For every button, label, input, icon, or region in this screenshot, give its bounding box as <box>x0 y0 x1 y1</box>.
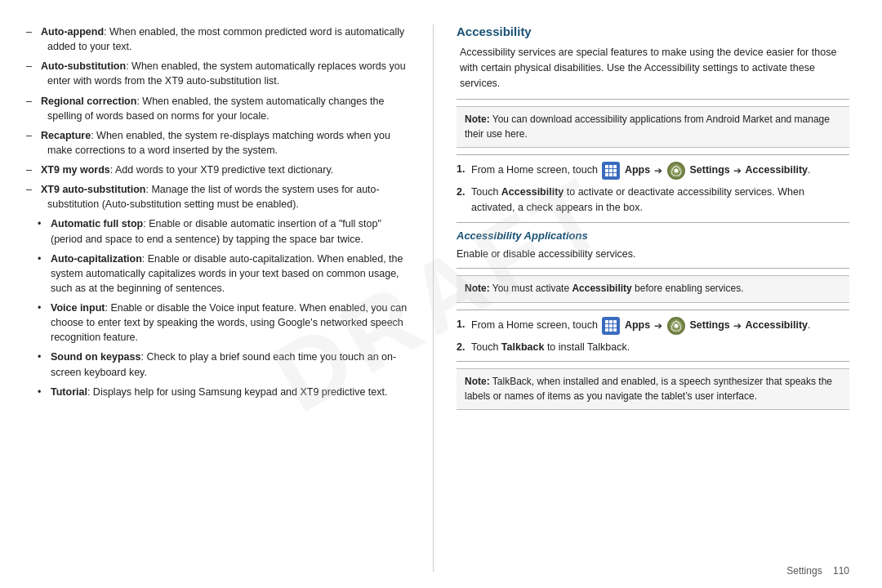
feature-list: Auto-append: When enabled, the most comm… <box>33 24 408 399</box>
list-item: Voice input: Enable or disable the Voice… <box>33 301 408 345</box>
list-item: Sound on keypass: Check to play a brief … <box>33 350 408 379</box>
right-column: Accessibility Accessibility services are… <box>433 24 849 572</box>
accessibility-label-2: Accessibility <box>746 319 808 331</box>
term: Tutorial <box>51 386 87 398</box>
term: Auto-substitution <box>41 60 126 72</box>
note-box-3: Note: TalkBack, when installed and enabl… <box>457 368 849 410</box>
list-item: Auto-substitution: When enabled, the sys… <box>33 59 408 88</box>
svg-rect-3 <box>605 169 608 172</box>
svg-rect-10 <box>605 320 608 323</box>
term: Sound on keypass <box>51 351 140 363</box>
arrow-icon-1: ➔ <box>654 165 665 176</box>
term: Auto-append <box>41 26 104 38</box>
settings-icon-2 <box>667 317 685 335</box>
arrow-icon-4: ➔ <box>733 320 744 332</box>
step-suffix: . <box>808 164 810 176</box>
step-number: 1. <box>457 162 465 177</box>
svg-rect-12 <box>613 320 617 323</box>
divider <box>457 268 849 269</box>
gear-svg <box>670 165 682 176</box>
step-3: 1. From a Home screen, touch <box>457 317 849 335</box>
section-subtitle: Accessibility Applications <box>457 229 849 242</box>
step-number: 2. <box>457 185 465 200</box>
step-1: 1. From a Home screen, touch <box>457 162 849 180</box>
svg-rect-17 <box>609 328 612 332</box>
svg-rect-5 <box>613 169 617 172</box>
term: Regional correction <box>41 96 136 107</box>
footer: Settings 110 <box>786 565 849 577</box>
apps-grid-svg <box>604 164 617 177</box>
step-text: From a Home screen, touch <box>471 164 811 176</box>
step-number: 2. <box>457 340 465 355</box>
divider <box>457 222 849 223</box>
list-item: Automatic full stop: Enable or disable a… <box>33 216 408 246</box>
footer-label: Settings <box>786 565 822 577</box>
divider <box>457 99 849 100</box>
term: XT9 my words <box>41 164 110 176</box>
list-item: Tutorial: Displays help for using Samsun… <box>33 385 408 399</box>
description: : Add words to your XT9 predictive text … <box>110 164 334 176</box>
note-text: You must activate <box>490 283 572 294</box>
settings-icon <box>667 162 685 180</box>
footer-page-number: 110 <box>833 565 849 577</box>
arrow-icon-2: ➔ <box>733 165 744 176</box>
term: Voice input <box>51 302 105 314</box>
step-number: 1. <box>457 317 465 332</box>
talkback-term: Talkback <box>501 341 545 353</box>
note-label: Note: <box>465 376 490 387</box>
apps-label-2: Apps <box>625 319 650 331</box>
svg-rect-16 <box>605 328 608 332</box>
svg-rect-0 <box>605 165 608 168</box>
left-column: Auto-append: When enabled, the most comm… <box>33 24 408 572</box>
svg-rect-8 <box>613 173 617 176</box>
step-text: From a Home screen, touch <box>471 319 811 331</box>
accessibility-label-1: Accessibility <box>746 164 808 176</box>
description: : Enable or disable the Voice input feat… <box>51 302 407 343</box>
list-item: Auto-capitalization: Enable or disable a… <box>33 252 408 296</box>
accessibility-term: Accessibility <box>501 186 564 198</box>
svg-point-19 <box>674 323 678 327</box>
intro-text: Accessibility services are special featu… <box>457 45 849 91</box>
note-label: Note: <box>465 283 490 294</box>
page-container: Auto-append: When enabled, the most comm… <box>0 0 882 588</box>
description: : When enabled, the system re-displays m… <box>47 130 390 156</box>
svg-rect-13 <box>605 324 608 327</box>
divider <box>457 310 849 310</box>
svg-rect-6 <box>605 173 608 176</box>
term: Auto-capitalization <box>51 253 142 265</box>
term: Automatic full stop <box>51 218 143 229</box>
note-box-2: Note: You must activate Accessibility be… <box>457 275 849 302</box>
svg-rect-18 <box>613 328 617 332</box>
svg-point-9 <box>674 169 678 173</box>
apps-icon <box>602 162 620 180</box>
svg-rect-4 <box>609 169 612 172</box>
svg-rect-7 <box>609 173 612 176</box>
steps-list-2: 1. From a Home screen, touch <box>457 317 849 355</box>
description-text: Enable or disable accessibility services… <box>457 247 849 262</box>
note-text: You can download accessibility applicati… <box>465 114 830 139</box>
arrow-icon-3: ➔ <box>654 320 665 332</box>
svg-rect-11 <box>609 320 612 323</box>
svg-rect-14 <box>609 324 612 327</box>
list-item: Auto-append: When enabled, the most comm… <box>33 24 408 54</box>
step-4: 2. Touch Talkback to install Talkback. <box>457 340 849 355</box>
apps-grid-svg-2 <box>604 319 617 332</box>
apps-icon-2 <box>602 317 620 335</box>
note-term: Accessibility <box>572 283 631 294</box>
settings-label-2: Settings <box>689 319 729 331</box>
section-title: Accessibility <box>457 24 849 38</box>
list-item: Recapture: When enabled, the system re-d… <box>33 128 408 158</box>
steps-list-1: 1. From a Home screen, touch <box>457 162 849 216</box>
term: Recapture <box>41 130 91 141</box>
svg-rect-2 <box>613 165 617 168</box>
gear-svg-2 <box>670 320 682 332</box>
step-text: Touch Accessibility to activate or deact… <box>471 186 804 213</box>
divider <box>457 154 849 155</box>
step-2: 2. Touch Accessibility to activate or de… <box>457 185 849 216</box>
list-item: XT9 auto-substitution: Manage the list o… <box>33 182 408 212</box>
settings-label: Settings <box>689 164 729 176</box>
divider <box>457 361 849 362</box>
note-suffix: before enabling services. <box>632 283 744 294</box>
note-label: Note: <box>465 114 490 125</box>
svg-rect-15 <box>613 324 617 327</box>
